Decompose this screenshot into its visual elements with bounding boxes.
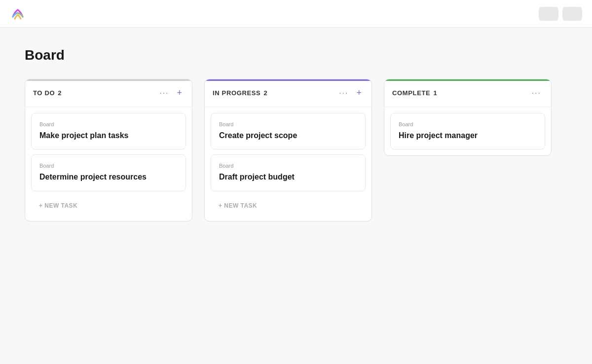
card[interactable]: BoardMake project plan tasks	[31, 113, 186, 149]
card-title: Create project scope	[219, 130, 357, 141]
card[interactable]: BoardDetermine project resources	[31, 154, 186, 191]
column-add-button-todo[interactable]	[175, 87, 184, 99]
column-more-button-inprogress[interactable]	[337, 88, 350, 99]
nav-button-1[interactable]	[539, 7, 558, 21]
column-count-complete: 1	[433, 89, 437, 97]
column-title-inprogress: IN PROGRESS	[213, 89, 260, 97]
card-label: Board	[39, 163, 178, 169]
column-actions-todo	[157, 87, 184, 99]
card[interactable]: BoardHire project manager	[390, 113, 545, 149]
column-count-inprogress: 2	[263, 89, 267, 97]
column-title-todo: TO DO	[33, 89, 55, 97]
card-label: Board	[219, 163, 357, 169]
column-actions-inprogress	[337, 87, 364, 99]
column-more-button-complete[interactable]	[530, 88, 543, 99]
card-title: Hire project manager	[399, 130, 537, 141]
column-todo: TO DO2BoardMake project plan tasksBoardD…	[25, 79, 192, 221]
main-content: Board TO DO2BoardMake project plan tasks…	[0, 28, 592, 241]
new-task-button-todo[interactable]: + NEW TASK	[31, 196, 186, 215]
column-header-inprogress: IN PROGRESS2	[205, 79, 371, 107]
card-label: Board	[399, 121, 537, 127]
card-title: Draft project budget	[219, 172, 357, 182]
card-label: Board	[219, 121, 357, 127]
column-count-todo: 2	[58, 89, 61, 97]
column-more-button-todo[interactable]	[157, 88, 171, 99]
column-body-inprogress: BoardCreate project scopeBoardDraft proj…	[205, 107, 371, 221]
new-task-button-inprogress[interactable]: + NEW TASK	[211, 196, 366, 215]
logo-icon	[10, 6, 26, 22]
nav-right	[539, 7, 582, 21]
board: TO DO2BoardMake project plan tasksBoardD…	[25, 79, 567, 221]
column-body-todo: BoardMake project plan tasksBoardDetermi…	[25, 107, 192, 221]
card[interactable]: BoardDraft project budget	[211, 154, 366, 191]
column-add-button-inprogress[interactable]	[354, 87, 364, 99]
column-inprogress: IN PROGRESS2BoardCreate project scopeBoa…	[204, 79, 372, 221]
column-actions-complete	[530, 88, 543, 99]
card-title: Determine project resources	[39, 172, 178, 182]
column-title-complete: COMPLETE	[392, 89, 430, 97]
navbar	[0, 0, 592, 28]
nav-button-2[interactable]	[562, 7, 582, 21]
card[interactable]: BoardCreate project scope	[211, 113, 366, 149]
card-label: Board	[39, 121, 178, 127]
column-complete: COMPLETE1BoardHire project manager	[384, 79, 552, 156]
column-header-todo: TO DO2	[25, 79, 192, 107]
column-header-complete: COMPLETE1	[384, 79, 551, 107]
page-title: Board	[25, 47, 567, 63]
card-title: Make project plan tasks	[39, 130, 178, 141]
column-body-complete: BoardHire project manager	[384, 107, 551, 155]
